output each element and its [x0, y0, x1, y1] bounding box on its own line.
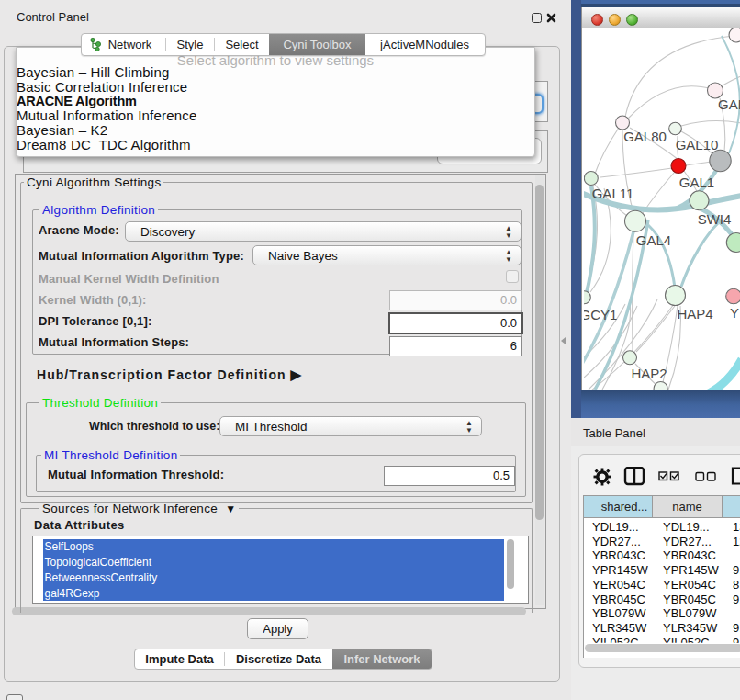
svg-text:GAL1: GAL1 [679, 175, 714, 190]
svg-text:SWI4: SWI4 [698, 211, 732, 227]
svg-text:GAL80: GAL80 [623, 129, 667, 144]
svg-text:GCY1: GCY1 [584, 307, 617, 322]
svg-text:HAP2: HAP2 [631, 366, 667, 381]
svg-text:GAL11: GAL11 [592, 186, 634, 201]
svg-text:Y: Y [730, 305, 739, 321]
svg-text:GAL10: GAL10 [676, 137, 719, 152]
svg-text:GAL4: GAL4 [636, 232, 671, 248]
svg-text:HAP4: HAP4 [677, 306, 712, 322]
svg-text:GAL2: GAL2 [718, 96, 740, 112]
